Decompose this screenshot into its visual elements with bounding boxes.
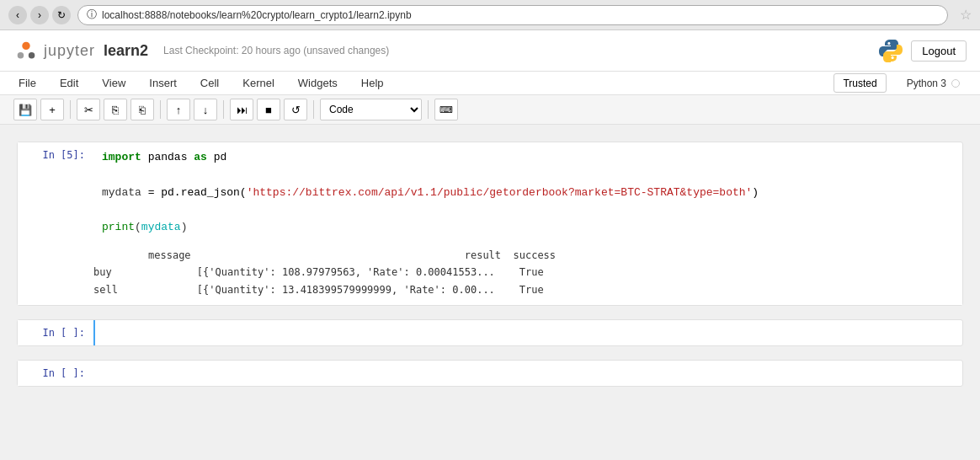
address-bar[interactable]: ⓘ localhost:8888/notebooks/learn%20crypt… bbox=[77, 5, 948, 25]
browser-chrome: ‹ › ↻ ⓘ localhost:8888/notebooks/learn%2… bbox=[0, 0, 980, 30]
move-up-button[interactable]: ↑ bbox=[167, 99, 190, 120]
checkpoint-info: Last Checkpoint: 20 hours ago (unsaved c… bbox=[163, 45, 389, 56]
svg-point-1 bbox=[18, 52, 24, 59]
output-text-1: message result success buy [{'Quantity':… bbox=[93, 247, 956, 298]
keyword-print: print bbox=[102, 221, 135, 233]
stop-button[interactable]: ■ bbox=[257, 99, 280, 120]
keyword-as: as bbox=[194, 151, 207, 163]
menu-bar: File Edit View Insert Cell Kernel Widget… bbox=[0, 72, 980, 95]
url-text: localhost:8888/notebooks/learn%20crypto/… bbox=[102, 9, 412, 21]
jupyter-header: jupyter learn2 Last Checkpoint: 20 hours… bbox=[0, 30, 980, 72]
trusted-button[interactable]: Trusted bbox=[834, 73, 886, 93]
menu-file[interactable]: File bbox=[13, 73, 41, 93]
cell-1-output: message result success buy [{'Quantity':… bbox=[18, 243, 962, 305]
svg-point-2 bbox=[29, 52, 35, 59]
toolbar-separator bbox=[70, 100, 71, 119]
fast-forward-button[interactable]: ⏭ bbox=[230, 99, 253, 120]
refresh-button[interactable]: ↻ bbox=[52, 6, 71, 24]
keyboard-shortcuts-button[interactable]: ⌨ bbox=[434, 99, 458, 120]
cell-2: In [ ]: bbox=[18, 320, 962, 345]
code-line-2: mydata = pd.read_json('https://bittrex.c… bbox=[102, 185, 956, 202]
cell-2-input[interactable] bbox=[93, 320, 962, 345]
kernel-name: Python 3 bbox=[907, 78, 946, 89]
string-url: 'https://bittrex.com/api/v1.1/public/get… bbox=[247, 186, 753, 199]
menu-edit[interactable]: Edit bbox=[55, 73, 83, 93]
toolbar: 💾 + ✂ ⎘ ⎗ ↑ ↓ ⏭ ■ ↺ Code Markdown Raw NB… bbox=[0, 95, 980, 125]
cell-1-container: In [5]: import pandas as pd mydata = pd.… bbox=[17, 142, 963, 306]
kernel-indicator: Python 3 bbox=[900, 73, 967, 93]
cell-type-select[interactable]: Code Markdown Raw NBConvert Heading bbox=[320, 99, 422, 120]
paste-button[interactable]: ⎗ bbox=[130, 99, 154, 120]
cut-button[interactable]: ✂ bbox=[77, 99, 100, 120]
menu-cell[interactable]: Cell bbox=[195, 73, 224, 93]
close-paren: ) bbox=[752, 186, 759, 199]
menu-help[interactable]: Help bbox=[356, 73, 389, 93]
cell-2-container: In [ ]: bbox=[17, 319, 963, 346]
code-line-1: import pandas as pd bbox=[102, 149, 956, 167]
code-line-3: print(mydata) bbox=[102, 219, 956, 237]
notebook-content: In [5]: import pandas as pd mydata = pd.… bbox=[0, 125, 980, 460]
cell-3-input[interactable] bbox=[93, 361, 962, 386]
back-button[interactable]: ‹ bbox=[8, 6, 27, 24]
save-button[interactable]: 💾 bbox=[13, 99, 37, 120]
toolbar-separator-3 bbox=[223, 100, 224, 119]
menu-view[interactable]: View bbox=[97, 73, 130, 93]
menu-insert[interactable]: Insert bbox=[144, 73, 182, 93]
header-right: Logout bbox=[877, 37, 967, 64]
cell-1-prompt: In [5]: bbox=[18, 142, 93, 243]
forward-button[interactable]: › bbox=[30, 6, 49, 24]
paren-open: ( bbox=[135, 221, 141, 233]
var-mydata-2: mydata bbox=[141, 221, 181, 233]
paren-close: ) bbox=[181, 221, 188, 233]
cell-3-container: In [ ]: bbox=[17, 360, 963, 387]
code-text: pandas bbox=[148, 151, 194, 163]
code-line-blank-2 bbox=[102, 201, 956, 219]
menu-widgets[interactable]: Widgets bbox=[293, 73, 343, 93]
code-text: pd bbox=[214, 151, 227, 163]
bookmark-icon[interactable]: ☆ bbox=[960, 7, 972, 23]
cell-3: In [ ]: bbox=[18, 361, 962, 386]
svg-point-0 bbox=[22, 42, 29, 50]
cell-1-input[interactable]: import pandas as pd mydata = pd.read_jso… bbox=[93, 142, 962, 243]
var-mydata: mydata bbox=[102, 186, 141, 199]
logout-button[interactable]: Logout bbox=[911, 40, 967, 62]
add-cell-button[interactable]: + bbox=[40, 99, 64, 120]
python-logo-icon bbox=[877, 37, 904, 64]
jupyter-brand-text: jupyter bbox=[44, 42, 95, 60]
menu-kernel[interactable]: Kernel bbox=[237, 73, 280, 93]
kernel-status-icon bbox=[951, 79, 960, 88]
notebook-title[interactable]: learn2 bbox=[104, 42, 148, 60]
jupyter-logo-icon bbox=[13, 38, 39, 63]
code-assign: = pd.read_json( bbox=[148, 186, 247, 199]
copy-button[interactable]: ⎘ bbox=[104, 99, 127, 120]
toolbar-separator-5 bbox=[428, 100, 429, 119]
lock-icon: ⓘ bbox=[87, 8, 97, 22]
cell-3-prompt: In [ ]: bbox=[18, 361, 93, 386]
toolbar-separator-2 bbox=[160, 100, 161, 119]
restart-button[interactable]: ↺ bbox=[284, 99, 307, 120]
code-line-blank-1 bbox=[102, 167, 956, 185]
toolbar-separator-4 bbox=[313, 100, 314, 119]
move-down-button[interactable]: ↓ bbox=[194, 99, 217, 120]
cell-1: In [5]: import pandas as pd mydata = pd.… bbox=[18, 142, 962, 243]
nav-controls: ‹ › ↻ bbox=[8, 6, 71, 24]
keyword-import: import bbox=[102, 151, 141, 163]
cell-2-prompt: In [ ]: bbox=[18, 320, 93, 345]
jupyter-logo: jupyter bbox=[13, 38, 95, 63]
